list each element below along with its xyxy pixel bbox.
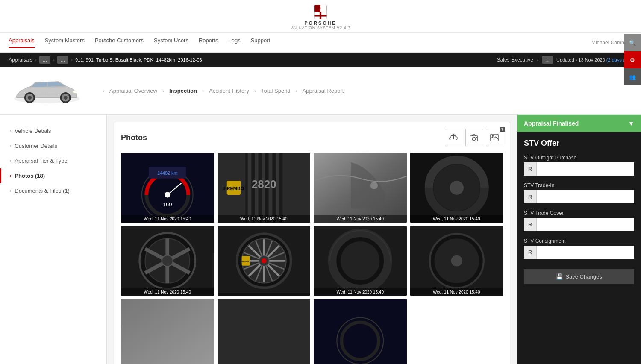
svg-point-40: [370, 182, 378, 189]
photo-timestamp-5: Wed, 11 Nov 2020 15:40: [121, 288, 214, 296]
step-nav: › Appraisal Overview › Inspection › Acci…: [0, 67, 641, 115]
svg-point-51: [162, 255, 173, 267]
photo-item-1[interactable]: 160 14482 km Wed, 11 Nov 2020 15:40: [121, 153, 214, 223]
updated-label: Updated › 13 Nov 2020 (2 days ago): [556, 57, 632, 62]
step-inspection[interactable]: Inspection: [169, 88, 197, 94]
photo-item-11[interactable]: [314, 299, 407, 364]
stv-tradein-field: STV Trade-In R: [517, 179, 641, 207]
arrow-icon-5: ›: [10, 188, 11, 193]
sidebar-photos[interactable]: › Photos (18): [0, 168, 106, 183]
stv-tradecover-input[interactable]: [537, 218, 634, 231]
settings-icon-btn[interactable]: ⚙: [624, 51, 641, 68]
stv-consignment-currency: R: [524, 246, 537, 259]
save-icon: 💾: [556, 273, 563, 280]
photo-item-2[interactable]: 2820 BREMBO Wed, 11 Nov 2020 15:40: [218, 153, 311, 223]
step-arrow-1: ›: [162, 88, 164, 94]
svg-text:P: P: [320, 7, 322, 10]
system-name: VALUATION SYSTEM V2.4.7: [291, 26, 351, 30]
chevron-down-icon[interactable]: ▼: [628, 120, 634, 127]
logo-area: P PORSCHE VALUATION SYSTEM V2.4.7: [291, 3, 351, 32]
upload-button[interactable]: [445, 129, 462, 146]
step-arrow-3: ›: [254, 88, 256, 94]
right-panel: Appraisal Finalised ▼ STV Offer STV Outr…: [517, 115, 641, 364]
step-arrow-0: ›: [103, 88, 104, 94]
photo-timestamp-4: Wed, 11 Nov 2020 15:40: [410, 215, 503, 223]
step-accident-history[interactable]: Accident History: [209, 88, 249, 94]
photo-item-4[interactable]: Wed, 11 Nov 2020 15:40: [410, 153, 503, 223]
stv-outright-purchase-field: STV Outright Purchase R: [517, 151, 641, 179]
step-arrow-4: ›: [296, 88, 297, 94]
stv-consignment-label: STV Consignment: [524, 238, 634, 244]
nav-reports[interactable]: Reports: [199, 37, 218, 48]
top-header: P PORSCHE VALUATION SYSTEM V2.4.7 Apprai…: [0, 0, 641, 53]
search-icon-btn[interactable]: 🔍: [624, 34, 641, 51]
svg-point-71: [341, 241, 379, 280]
camera-button[interactable]: [465, 129, 482, 146]
stv-outright-input[interactable]: [537, 162, 634, 176]
porsche-crest-icon: P: [312, 3, 329, 21]
step-total-spend[interactable]: Total Spend: [261, 88, 291, 94]
photo-timestamp-8: Wed, 11 Nov 2020 15:40: [410, 288, 503, 296]
brand-name: PORSCHE: [304, 21, 336, 26]
breadcrumb-appraisal[interactable]: ...: [57, 56, 68, 64]
nav-porsche-customers[interactable]: Porsche Customers: [95, 37, 144, 48]
stv-tradein-wrapper: R: [524, 190, 634, 203]
arrow-icon-4: ›: [10, 173, 11, 178]
left-sidebar: › Vehicle Details › Customer Details › A…: [0, 115, 107, 364]
wheel-close-svg: [410, 153, 503, 223]
photo-count-badge: 7: [500, 127, 505, 132]
breadcrumb-sep-2: ›: [53, 57, 55, 63]
photos-header: Photos: [121, 129, 503, 146]
breadcrumb-car-info: 911, 991, Turbo S, Basalt Black, PDK, 14…: [75, 57, 202, 62]
sidebar-appraisal-tier[interactable]: › Appraisal Tier & Type: [0, 153, 106, 168]
arrow-icon-3: ›: [10, 159, 11, 163]
breadcrumb-appraisals[interactable]: Appraisals: [9, 57, 32, 63]
photos-title: Photos: [121, 133, 147, 142]
detail-svg-2: [218, 299, 311, 364]
photo-item-9[interactable]: [121, 299, 214, 364]
svg-text:2820: 2820: [251, 178, 276, 191]
tire-tread-svg: 2820 BREMBO: [218, 153, 311, 223]
camera-icon: [470, 134, 478, 141]
nav-system-users[interactable]: System Users: [154, 37, 188, 48]
svg-rect-31: [247, 153, 251, 223]
svg-rect-21: [121, 153, 214, 223]
gallery-button[interactable]: 7: [486, 129, 503, 146]
stv-tradein-label: STV Trade-In: [524, 182, 634, 188]
nav-appraisals[interactable]: Appraisals: [9, 37, 35, 48]
save-changes-button[interactable]: 💾 Save Changes: [524, 269, 634, 284]
body-panel-svg: [314, 153, 407, 223]
photo-item-5[interactable]: Wed, 11 Nov 2020 15:40: [121, 226, 214, 296]
search-icon: 🔍: [629, 40, 636, 46]
photo-item-6[interactable]: BREMBO: [218, 226, 311, 296]
photo-item-7[interactable]: GAS X000 Wed, 11 Nov 2020 15:40: [314, 226, 407, 296]
nav-support[interactable]: Support: [251, 37, 271, 48]
svg-point-14: [64, 96, 68, 100]
step-arrow-2: ›: [202, 88, 204, 94]
sidebar-customer-details[interactable]: › Customer Details: [0, 138, 106, 153]
step-appraisal-overview[interactable]: Appraisal Overview: [109, 88, 157, 94]
stv-consignment-input[interactable]: [537, 246, 634, 259]
users-icon-btn[interactable]: 👥: [624, 68, 641, 85]
nav-bar: Appraisals System Masters Porsche Custom…: [0, 32, 641, 52]
sidebar-documents[interactable]: › Documents & Files (1): [0, 183, 106, 198]
porsche-wheel-svg: BREMBO: [218, 226, 311, 296]
detail-svg-3: [314, 299, 407, 364]
nav-logs[interactable]: Logs: [228, 37, 240, 48]
photo-timestamp-6: [218, 293, 311, 296]
sidebar-vehicle-details[interactable]: › Vehicle Details: [0, 123, 106, 138]
svg-rect-18: [476, 137, 477, 138]
breadcrumb-customer[interactable]: ...: [39, 56, 50, 64]
photo-item-8[interactable]: Wed, 11 Nov 2020 15:40: [410, 226, 503, 296]
svg-point-44: [450, 181, 464, 195]
tire-side-svg: GAS X000: [314, 226, 407, 296]
step-appraisal-report[interactable]: Appraisal Report: [303, 88, 344, 94]
photo-item-10[interactable]: [218, 299, 311, 364]
breadcrumb-right: Sales Executive › ... Updated › 13 Nov 2…: [497, 56, 632, 64]
svg-rect-77: [218, 299, 311, 364]
nav-system-masters[interactable]: System Masters: [45, 37, 85, 48]
photo-item-3[interactable]: Wed, 11 Nov 2020 15:40: [314, 153, 407, 223]
stv-tradein-input[interactable]: [537, 190, 634, 203]
alloy-wheel-svg: [121, 226, 214, 296]
photo-timestamp-7: Wed, 11 Nov 2020 15:40: [314, 288, 407, 296]
